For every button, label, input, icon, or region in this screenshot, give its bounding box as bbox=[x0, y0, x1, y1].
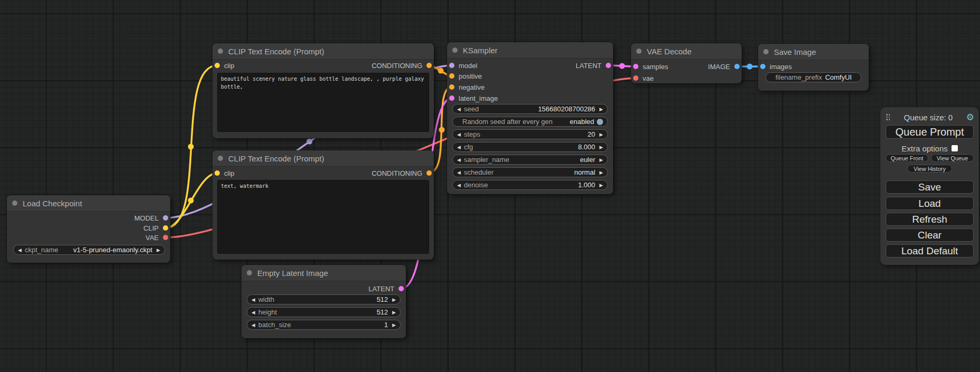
ckpt-name-widget[interactable]: ◀ ckpt_name v1-5-pruned-emaonly.ckpt ▶ bbox=[13, 245, 165, 255]
node-load-checkpoint[interactable]: Load Checkpoint MODEL CLIP VAE ◀ ckpt_na… bbox=[7, 195, 170, 263]
load-default-button[interactable]: Load Default bbox=[886, 244, 974, 257]
decrement-arrow-icon[interactable]: ◀ bbox=[251, 297, 255, 302]
input-positive[interactable]: positive bbox=[449, 72, 482, 80]
output-image[interactable]: IMAGE bbox=[708, 63, 740, 70]
settings-gear-icon[interactable]: ⚙ bbox=[966, 113, 974, 122]
collapse-dot-icon[interactable] bbox=[218, 156, 223, 161]
decrement-arrow-icon[interactable]: ◀ bbox=[457, 183, 461, 188]
clear-button[interactable]: Clear bbox=[886, 228, 974, 242]
save-button[interactable]: Save bbox=[886, 180, 974, 194]
image-port-icon[interactable] bbox=[734, 64, 740, 69]
node-clip-text-encode-positive[interactable]: CLIP Text Encode (Prompt) clip CONDITION… bbox=[212, 43, 434, 138]
queue-prompt-button[interactable]: Queue Prompt bbox=[886, 125, 974, 139]
decrement-arrow-icon[interactable]: ◀ bbox=[457, 145, 461, 150]
input-clip[interactable]: clip bbox=[215, 169, 235, 177]
output-conditioning[interactable]: CONDITIONING bbox=[372, 169, 432, 177]
conditioning-port-icon[interactable] bbox=[426, 170, 432, 176]
clip-port-icon[interactable] bbox=[215, 170, 220, 176]
collapse-dot-icon[interactable] bbox=[636, 49, 642, 54]
increment-arrow-icon[interactable]: ▶ bbox=[392, 322, 396, 328]
increment-arrow-icon[interactable]: ▶ bbox=[599, 107, 603, 112]
refresh-button[interactable]: Refresh bbox=[886, 213, 974, 226]
vae-port-icon[interactable] bbox=[163, 235, 168, 240]
input-latent-image[interactable]: latent_image bbox=[449, 94, 498, 102]
latent-port-icon[interactable] bbox=[633, 64, 638, 69]
node-title-bar[interactable]: CLIP Text Encode (Prompt) bbox=[212, 150, 434, 167]
model-port-icon[interactable] bbox=[449, 63, 454, 68]
increment-arrow-icon[interactable]: ▶ bbox=[599, 183, 603, 188]
node-title-bar[interactable]: Empty Latent Image bbox=[241, 265, 406, 281]
negative-prompt-textarea[interactable]: text, watermark bbox=[217, 180, 429, 254]
input-negative[interactable]: negative bbox=[449, 83, 484, 91]
increment-arrow-icon[interactable]: ▶ bbox=[599, 170, 603, 175]
collapse-dot-icon[interactable] bbox=[247, 270, 252, 275]
node-vae-decode[interactable]: VAE Decode samples vae IMAGE bbox=[631, 43, 742, 83]
decrement-arrow-icon[interactable]: ◀ bbox=[251, 310, 255, 315]
queue-front-button[interactable]: Queue Front bbox=[886, 154, 928, 162]
view-history-button[interactable]: View History bbox=[907, 165, 952, 173]
input-clip[interactable]: clip bbox=[215, 62, 235, 69]
node-title-bar[interactable]: VAE Decode bbox=[631, 43, 742, 60]
collapse-dot-icon[interactable] bbox=[452, 47, 458, 53]
increment-arrow-icon[interactable]: ▶ bbox=[599, 145, 603, 150]
output-vae[interactable]: VAE bbox=[145, 234, 168, 241]
seed-widget[interactable]: ◀ seed 156680208700286 ▶ bbox=[452, 104, 608, 114]
node-title-bar[interactable]: KSampler bbox=[447, 42, 613, 59]
drag-handle-icon[interactable] bbox=[886, 114, 890, 121]
decrement-arrow-icon[interactable]: ◀ bbox=[457, 170, 461, 175]
output-clip[interactable]: CLIP bbox=[143, 224, 168, 232]
decrement-arrow-icon[interactable]: ◀ bbox=[457, 107, 461, 112]
denoise-widget[interactable]: ◀ denoise 1.000 ▶ bbox=[452, 180, 608, 190]
latent-port-icon[interactable] bbox=[449, 96, 454, 101]
increment-arrow-icon[interactable]: ▶ bbox=[599, 132, 603, 137]
width-widget[interactable]: ◀ width 512 ▶ bbox=[247, 294, 401, 304]
decrement-arrow-icon[interactable]: ◀ bbox=[457, 157, 461, 163]
image-port-icon[interactable] bbox=[760, 64, 765, 69]
increment-arrow-icon[interactable]: ▶ bbox=[157, 247, 160, 253]
increment-arrow-icon[interactable]: ▶ bbox=[392, 310, 396, 315]
input-samples[interactable]: samples bbox=[633, 63, 668, 70]
cfg-widget[interactable]: ◀ cfg 8.000 ▶ bbox=[452, 142, 608, 152]
node-ksampler[interactable]: KSampler model positive negative latent_… bbox=[447, 42, 613, 194]
decrement-arrow-icon[interactable]: ◀ bbox=[251, 322, 255, 328]
collapse-dot-icon[interactable] bbox=[763, 49, 769, 54]
node-title-bar[interactable]: Save Image bbox=[758, 44, 869, 60]
vae-port-icon[interactable] bbox=[633, 75, 638, 81]
collapse-dot-icon[interactable] bbox=[218, 49, 223, 54]
output-model[interactable]: MODEL bbox=[134, 214, 168, 222]
output-latent[interactable]: LATENT bbox=[576, 62, 611, 69]
input-images[interactable]: images bbox=[760, 63, 792, 70]
node-save-image[interactable]: Save Image images filename_prefix ComfyU… bbox=[758, 44, 869, 91]
positive-prompt-textarea[interactable]: beautiful scenery nature glass bottle la… bbox=[217, 73, 429, 132]
height-widget[interactable]: ◀ height 512 ▶ bbox=[247, 307, 401, 317]
output-conditioning[interactable]: CONDITIONING bbox=[372, 62, 432, 69]
scheduler-widget[interactable]: ◀ scheduler normal ▶ bbox=[452, 167, 608, 177]
clip-port-icon[interactable] bbox=[163, 225, 168, 231]
output-latent[interactable]: LATENT bbox=[368, 285, 404, 292]
collapse-dot-icon[interactable] bbox=[12, 201, 17, 206]
conditioning-port-icon[interactable] bbox=[449, 84, 454, 90]
random-seed-toggle-widget[interactable]: Random seed after every gen enabled bbox=[452, 117, 608, 127]
latent-port-icon[interactable] bbox=[606, 63, 611, 68]
node-clip-text-encode-negative[interactable]: CLIP Text Encode (Prompt) clip CONDITION… bbox=[212, 150, 434, 260]
increment-arrow-icon[interactable]: ▶ bbox=[599, 157, 603, 163]
latent-port-icon[interactable] bbox=[399, 286, 404, 291]
filename-prefix-widget[interactable]: filename_prefix ComfyUI bbox=[765, 72, 861, 82]
conditioning-port-icon[interactable] bbox=[449, 73, 454, 79]
sampler-name-widget[interactable]: ◀ sampler_name euler ▶ bbox=[452, 155, 608, 165]
clip-port-icon[interactable] bbox=[215, 63, 220, 68]
view-queue-button[interactable]: View Queue bbox=[931, 154, 974, 162]
extra-options-checkbox[interactable] bbox=[952, 145, 958, 151]
input-model[interactable]: model bbox=[449, 62, 477, 69]
batch-size-widget[interactable]: ◀ batch_size 1 ▶ bbox=[247, 320, 401, 330]
node-title-bar[interactable]: Load Checkpoint bbox=[7, 195, 170, 212]
conditioning-port-icon[interactable] bbox=[426, 63, 432, 68]
decrement-arrow-icon[interactable]: ◀ bbox=[457, 132, 461, 137]
model-port-icon[interactable] bbox=[163, 215, 168, 221]
node-empty-latent-image[interactable]: Empty Latent Image LATENT ◀ width 512 ▶ … bbox=[241, 265, 406, 338]
input-vae[interactable]: vae bbox=[633, 74, 654, 82]
increment-arrow-icon[interactable]: ▶ bbox=[392, 297, 396, 302]
node-title-bar[interactable]: CLIP Text Encode (Prompt) bbox=[212, 43, 434, 60]
steps-widget[interactable]: ◀ steps 20 ▶ bbox=[452, 129, 608, 139]
load-button[interactable]: Load bbox=[886, 197, 974, 210]
